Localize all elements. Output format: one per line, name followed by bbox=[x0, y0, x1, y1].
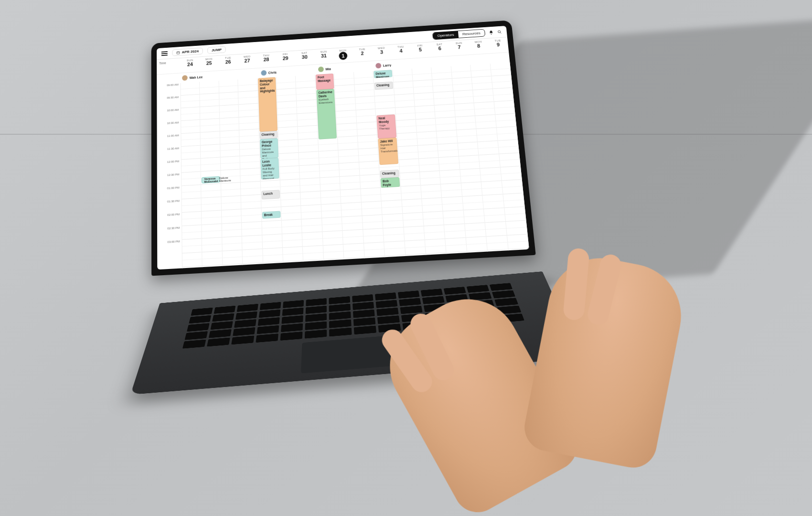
event-title: Break bbox=[264, 213, 279, 217]
day-number: 28 bbox=[256, 56, 276, 63]
day-header-cell[interactable]: THU4 bbox=[391, 43, 411, 59]
date-label: APR 2024 bbox=[182, 49, 199, 54]
time-label: 10:00 AM bbox=[157, 108, 181, 123]
scene-screen-bezel: APR 2024 JUMP Operators Resources bbox=[151, 20, 536, 276]
day-header-cell[interactable]: WED3 bbox=[372, 45, 392, 61]
event-subtitle: Deluxe Manicure and Pedicure bbox=[262, 147, 277, 159]
calendar-event[interactable]: Bob Foyle bbox=[381, 177, 400, 188]
day-number: 8 bbox=[469, 43, 489, 49]
date-picker-button[interactable]: APR 2024 bbox=[172, 48, 203, 56]
day-number: 7 bbox=[449, 44, 470, 51]
time-header-label: Time bbox=[157, 58, 181, 75]
operator-cell bbox=[432, 61, 451, 63]
search-icon[interactable] bbox=[497, 30, 502, 34]
day-number: 3 bbox=[372, 49, 391, 55]
operator-cell[interactable]: Chris bbox=[259, 69, 278, 76]
operator-cell bbox=[451, 60, 471, 61]
day-header-cell[interactable]: MON1 bbox=[333, 47, 353, 63]
calendar-event[interactable]: Deluxe Manicure and Pedicure bbox=[374, 70, 392, 78]
day-number: 6 bbox=[430, 45, 450, 52]
scene-laptop: APR 2024 JUMP Operators Resources bbox=[143, 13, 592, 408]
day-header-cell[interactable]: WED27 bbox=[237, 54, 257, 69]
time-label: 03:00 PM bbox=[157, 240, 182, 255]
day-header-cell[interactable]: TUE2 bbox=[353, 46, 373, 62]
time-label: 11:30 AM bbox=[157, 147, 181, 161]
operator-cell[interactable]: Larry bbox=[374, 62, 394, 69]
bell-icon[interactable] bbox=[489, 30, 494, 35]
svg-point-1 bbox=[498, 30, 500, 32]
day-number: 9 bbox=[488, 42, 508, 48]
day-header-cell[interactable]: MON8 bbox=[468, 39, 489, 54]
time-label: 12:30 PM bbox=[157, 173, 182, 188]
jump-button[interactable]: JUMP bbox=[207, 46, 226, 54]
calendar-event-chip[interactable]: Vanessa McDonaldDeluxe Manicure bbox=[202, 176, 220, 183]
calendar-event[interactable]: Jake HillSignature Hair Transformation bbox=[378, 138, 398, 165]
operator-cell bbox=[413, 62, 432, 64]
day-header-cell[interactable]: TUE26 bbox=[218, 54, 238, 70]
operator-cell bbox=[298, 70, 317, 71]
avatar bbox=[375, 63, 382, 69]
day-number: 25 bbox=[200, 60, 219, 66]
calendar-event[interactable]: Balayage Colour and Highlights bbox=[258, 77, 278, 132]
calendar-grid[interactable]: 09:00 AM09:30 AM10:00 AM10:30 AM11:00 AM… bbox=[157, 63, 529, 270]
time-label: 01:00 PM bbox=[157, 186, 182, 201]
event-title: Vanessa McDonald bbox=[204, 177, 218, 183]
day-header-cell[interactable]: SUN24 bbox=[181, 57, 200, 73]
time-label: 02:00 PM bbox=[157, 213, 182, 227]
event-title: Bob Foyle bbox=[383, 179, 398, 187]
operator-cell[interactable]: Wah Lee bbox=[181, 74, 203, 81]
app-root: APR 2024 JUMP Operators Resources bbox=[157, 26, 529, 269]
hamburger-menu-icon[interactable] bbox=[161, 51, 168, 56]
event-subtitle: Yoga Therapy bbox=[379, 123, 394, 131]
day-number: 30 bbox=[295, 54, 314, 60]
calendar-icon bbox=[176, 51, 180, 54]
operator-name: Wah Lee bbox=[190, 75, 203, 79]
day-header-cell[interactable]: SUN7 bbox=[449, 40, 470, 55]
event-title: Balayage Colour and Highlights bbox=[260, 78, 275, 93]
view-segmented-control[interactable]: Operators Resources bbox=[432, 29, 485, 40]
operator-cell bbox=[203, 75, 222, 77]
segment-resources[interactable]: Resources bbox=[458, 30, 485, 38]
calendar-event[interactable]: Cleaning bbox=[374, 82, 393, 90]
day-header-cell[interactable]: THU28 bbox=[256, 52, 276, 68]
day-header-cell[interactable]: SUN31 bbox=[314, 48, 334, 64]
time-label: 01:30 PM bbox=[157, 199, 182, 214]
calendar-column[interactable] bbox=[181, 82, 203, 268]
calendar-event[interactable]: Neal MoodyYoga Therapy bbox=[376, 114, 396, 139]
day-number: 29 bbox=[276, 55, 295, 62]
scene-desk: APR 2024 JUMP Operators Resources bbox=[0, 0, 812, 516]
calendar-event[interactable]: Catherine DavisEyelash Extensions bbox=[316, 89, 337, 140]
operator-cell bbox=[278, 71, 298, 72]
svg-rect-0 bbox=[177, 51, 180, 54]
calendar-event[interactable]: Lunch bbox=[261, 190, 280, 199]
time-label: 02:30 PM bbox=[157, 226, 182, 241]
segment-operators[interactable]: Operators bbox=[433, 31, 459, 39]
operator-name: Chris bbox=[268, 71, 277, 75]
day-header-cell[interactable]: SAT30 bbox=[295, 50, 315, 65]
day-header-cell[interactable]: FRI5 bbox=[410, 43, 431, 58]
day-header-cell[interactable]: MON25 bbox=[200, 56, 219, 72]
event-subtitle: Eyelash Extensions bbox=[319, 97, 333, 105]
time-column: 09:00 AM09:30 AM10:00 AM10:30 AM11:00 AM… bbox=[157, 83, 182, 269]
time-label: 09:00 AM bbox=[157, 83, 180, 97]
day-header-cell[interactable]: FRI29 bbox=[276, 51, 295, 67]
event-title: Cleaning bbox=[261, 132, 276, 137]
operator-cell bbox=[240, 73, 259, 75]
operator-cell bbox=[470, 59, 490, 60]
event-title: Foot Massage bbox=[318, 75, 332, 83]
day-number: 27 bbox=[237, 57, 256, 64]
scene-screen: APR 2024 JUMP Operators Resources bbox=[157, 26, 529, 269]
time-label: 11:00 AM bbox=[157, 134, 181, 148]
calendar-event[interactable]: Break bbox=[262, 211, 280, 218]
operator-cell bbox=[336, 67, 355, 69]
operator-cell[interactable]: Mia bbox=[317, 66, 336, 73]
operator-cell bbox=[355, 66, 374, 67]
time-label: 09:30 AM bbox=[157, 96, 181, 110]
day-header-cell[interactable]: SAT6 bbox=[429, 41, 450, 57]
calendar-event[interactable]: Leon LeslieFull Body Waxing and Hair Rem… bbox=[260, 158, 279, 180]
day-header-cell[interactable]: TUE9 bbox=[488, 37, 509, 53]
calendar-event[interactable]: George PrinceDeluxe Manicure and Pedicur… bbox=[260, 138, 278, 159]
calendar-event[interactable]: Foot Massage bbox=[316, 74, 334, 90]
operator-name: Mia bbox=[325, 67, 331, 70]
event-title: Deluxe Manicure and Pedicure bbox=[375, 71, 391, 78]
